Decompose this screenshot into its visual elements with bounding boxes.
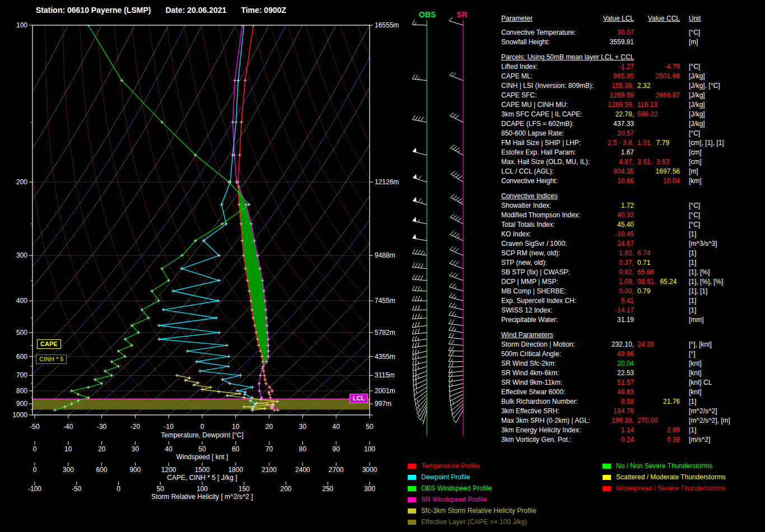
value-cell: 0.37, bbox=[619, 259, 634, 267]
unit-label: [J/kg] bbox=[689, 91, 705, 100]
value-cell: 2.32 bbox=[637, 82, 650, 90]
value-cell: 22.78, bbox=[615, 110, 634, 118]
svg-text:90: 90 bbox=[333, 445, 340, 453]
table-row: CAPE MU | CINH MU:1269.59,116.13[J/kg] bbox=[501, 100, 764, 110]
parameter-label: Storm Direction | Motion: bbox=[501, 340, 575, 349]
value-cell: 48.63 bbox=[617, 388, 634, 396]
value-cell: 51.57 bbox=[617, 379, 634, 386]
chart-area bbox=[0, 24, 501, 415]
svg-text:CAPE, CINH * 5 [ J/kg ]: CAPE, CINH * 5 [ J/kg ] bbox=[167, 474, 237, 482]
unit-label: [1] bbox=[689, 397, 696, 407]
parameter-label: Showalter Index: bbox=[501, 201, 551, 211]
value-cell: 270.00 bbox=[637, 417, 658, 424]
unit-label: [1], [1] bbox=[689, 287, 707, 296]
value-cell: 804.35 bbox=[613, 167, 634, 175]
table-row: 3km Vorticity Gen. Pot.:0.240.38[m/s^2] bbox=[501, 435, 764, 445]
value-cell: 3.63 bbox=[656, 158, 669, 166]
unit-label: [°], [knt] bbox=[689, 340, 712, 349]
svg-text:900: 900 bbox=[16, 400, 27, 408]
value-cell: 20.04 bbox=[617, 360, 634, 367]
svg-text:60: 60 bbox=[232, 445, 240, 453]
legend-item: Temperature Profile bbox=[408, 460, 536, 472]
svg-text:7455m: 7455m bbox=[375, 297, 395, 305]
parameter-label: CAPE SFC: bbox=[501, 91, 537, 100]
unit-label: [J/kg] bbox=[689, 110, 705, 119]
table-row: MB Comp | SHERBE:0.00,0.79[1], [1] bbox=[501, 287, 764, 296]
unit-label: [1], [%] bbox=[689, 268, 710, 277]
table-row: Convective Height:10.6610.04[km] bbox=[501, 176, 764, 186]
svg-text:2001m: 2001m bbox=[375, 387, 395, 395]
value-cell: 6.74 bbox=[637, 249, 650, 257]
table-row: SR Wind 9km-11km:51.57[knt] CL bbox=[501, 378, 764, 388]
effective-layer-band bbox=[32, 399, 370, 409]
value-cell: 1269.59 bbox=[610, 91, 634, 99]
value-cell: 20.57 bbox=[617, 129, 634, 137]
unit-label: [km] bbox=[689, 176, 702, 186]
parameter-label: Precipitable Water: bbox=[501, 315, 558, 325]
unit-label: [°C] bbox=[689, 211, 700, 220]
unit-label: [1], [%], [%] bbox=[689, 277, 723, 287]
legend-item: OBS Windspeed Profile bbox=[408, 483, 536, 494]
table-row: FM Hail Size | SHIP | LHP:2.5 - 3.8,1.01… bbox=[501, 138, 764, 148]
value-cell: 199.38, bbox=[612, 417, 634, 424]
value-cell: 3.91, bbox=[637, 158, 652, 166]
svg-text:Windspeed [ knt ]: Windspeed [ knt ] bbox=[176, 453, 228, 461]
parameters-table: Parameter Value LCL Value CCL Unit Conve… bbox=[501, 15, 764, 445]
unit-label: [mm] bbox=[689, 315, 704, 325]
value-cell: 3559.81 bbox=[610, 38, 634, 46]
parameter-label: Modified Thompson Index: bbox=[501, 211, 580, 220]
table-row: Convective Temperature:30.07[°C] bbox=[501, 28, 764, 38]
svg-text:0: 0 bbox=[200, 423, 204, 431]
value-cell: -4.79 bbox=[665, 63, 680, 71]
svg-text:300: 300 bbox=[63, 466, 74, 474]
legend-label: No / Non Severe Thunderstorms bbox=[616, 462, 713, 470]
parameter-label: Snowfall Height: bbox=[501, 38, 550, 47]
unit-label: [°C] bbox=[689, 201, 700, 211]
legend-swatch bbox=[408, 508, 416, 514]
svg-text:1000: 1000 bbox=[12, 411, 27, 419]
table-row: 500m Critical Angle:49.96[°] bbox=[501, 349, 764, 359]
svg-text:80: 80 bbox=[299, 445, 307, 453]
value-cell: 4.87, bbox=[619, 158, 634, 166]
value-cell: -14.17 bbox=[615, 306, 634, 314]
table-row: Bulk Richardson Number:8.5821.76[1] bbox=[501, 397, 764, 407]
lcl-chart-label: LCL bbox=[349, 394, 368, 403]
svg-text:-30: -30 bbox=[97, 423, 107, 431]
table-row: SB STP (fix) | CWASP:0.92,65.66[1], [%] bbox=[501, 268, 764, 277]
legend-label: Effective Layer (CAPE >= 100 J/kg) bbox=[421, 518, 527, 526]
value-cell: 1.09, bbox=[619, 278, 634, 286]
parameter-label: Convective Height: bbox=[501, 176, 558, 186]
parameter-label: CAPE MU | CINH MU: bbox=[501, 100, 568, 110]
unit-label: [cm], [1], [1] bbox=[689, 138, 724, 148]
severity-legend: No / Non Severe ThunderstormsScattered /… bbox=[603, 460, 726, 494]
parameter-label: SWISS 12 Index: bbox=[501, 306, 552, 315]
table-row: Craven SigSvr / 1000:24.67[m^3/s^3] bbox=[501, 239, 764, 249]
skewt-chart: 10016555m20012126m3009488m4007455m500578… bbox=[0, 0, 501, 532]
svg-text:20: 20 bbox=[265, 423, 273, 431]
obs-wind-column-label: OBS bbox=[419, 10, 436, 19]
unit-label: [1] bbox=[689, 426, 696, 435]
value-cell: 65.66 bbox=[637, 268, 654, 276]
svg-text:1200: 1200 bbox=[161, 466, 176, 474]
legend-label: Scattered / Moderate Thunderstorms bbox=[616, 473, 726, 481]
axis-windspeed: 0102030405060708090100Windspeed [ knt ] bbox=[33, 441, 376, 461]
table-row: 3km SFC CAPE | IL CAPE:22.78,566.22[J/kg… bbox=[501, 110, 764, 119]
svg-text:20: 20 bbox=[98, 445, 106, 453]
parameter-label: SCP RM (new, old): bbox=[501, 249, 560, 258]
parameter-label: Effective Shear 6000: bbox=[501, 388, 566, 397]
value-cell: 2501.66 bbox=[656, 72, 680, 80]
parameter-label: SR Wind 9km-11km: bbox=[501, 378, 562, 388]
svg-text:150: 150 bbox=[239, 485, 250, 493]
table-row: 3km Effective SRH:184.76[m^2/s^2] bbox=[501, 407, 764, 416]
svg-text:600: 600 bbox=[96, 466, 108, 474]
table-row: SR Wind 4km-6km:22.53[knt] bbox=[501, 368, 764, 378]
table-row: Exp. Supercell Index CH:5.41[1] bbox=[501, 296, 764, 306]
value-cell: 566.22 bbox=[637, 110, 658, 118]
value-cell: 1697.56 bbox=[656, 167, 680, 175]
svg-text:300: 300 bbox=[16, 251, 27, 259]
svg-text:900: 900 bbox=[129, 466, 141, 474]
table-row: Estofex Exp. Hail Param:1.67[cm] bbox=[501, 148, 764, 157]
pressure-axis: 10016555m20012126m3009488m4007455m500578… bbox=[12, 21, 399, 419]
value-cell: 232.10, bbox=[612, 340, 634, 348]
svg-text:600: 600 bbox=[16, 353, 27, 361]
